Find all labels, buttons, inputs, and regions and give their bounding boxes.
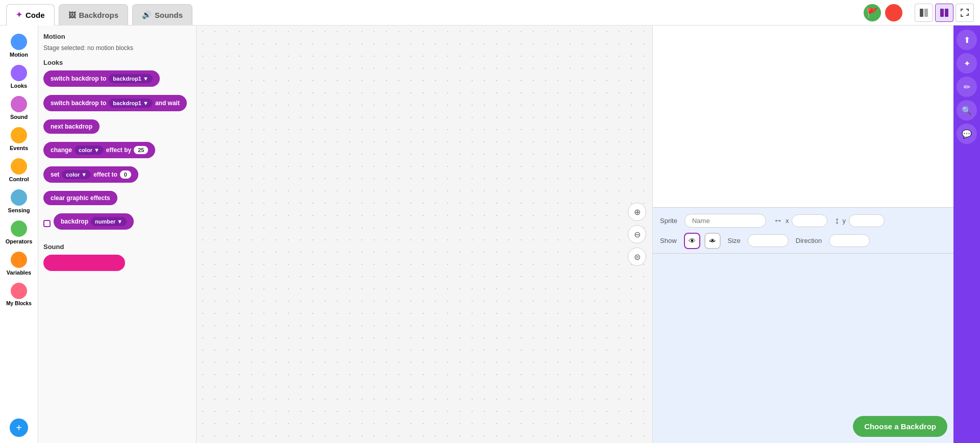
choose-backdrop-label: Choose a Backdrop [864, 422, 936, 431]
choose-backdrop-button[interactable]: Choose a Backdrop [853, 416, 947, 437]
sidebar-item-events[interactable]: Events [2, 124, 36, 154]
sidebar-item-looks[interactable]: Looks [2, 62, 36, 92]
show-visible-button[interactable]: 👁 [684, 233, 700, 249]
toolbar-search-button[interactable]: 🔍 [957, 100, 977, 120]
control-dot [11, 158, 27, 175]
set-color-effect-block[interactable]: set color ▼ effect to 0 [43, 166, 138, 183]
number-dropdown[interactable]: number ▼ [91, 217, 127, 226]
show-label: Show [660, 237, 677, 244]
sprite-label: Sprite [660, 217, 677, 225]
switch-backdrop2-label: switch backdrop to [51, 100, 106, 107]
sidebar-item-myblocks-label: My Blocks [6, 301, 31, 307]
sprite-bottom-row: Show 👁 👁 Size Direction [660, 233, 946, 249]
layout-small-button[interactable] [915, 4, 933, 22]
sidebar-item-operators[interactable]: Operators [2, 217, 36, 248]
direction-label: Direction [796, 237, 822, 244]
sound-dot [11, 96, 27, 112]
sidebar-item-sound-label: Sound [10, 114, 28, 120]
toolbar-chat-button[interactable]: 💬 [957, 124, 977, 144]
sprite-name-input[interactable] [684, 214, 766, 228]
next-backdrop-block[interactable]: next backdrop [43, 119, 100, 134]
clear-graphic-effects-label: clear graphic effects [51, 194, 110, 202]
layout-split-button[interactable] [935, 4, 953, 22]
color2-dropdown-arrow-icon: ▼ [81, 171, 87, 178]
tab-code-label: Code [26, 11, 45, 19]
sprite-x-input[interactable] [792, 214, 827, 227]
size-label: Size [728, 237, 741, 244]
sidebar-item-looks-label: Looks [11, 83, 27, 89]
green-flag-button[interactable]: 🚩 [864, 4, 881, 21]
toolbar-upload-button[interactable]: ⬆ [957, 30, 977, 50]
backdrop1-wait-dropdown[interactable]: backdrop1 ▼ [109, 99, 153, 108]
dropdown-arrow2-icon: ▼ [143, 100, 149, 106]
backdrop1-dropdown[interactable]: backdrop1 ▼ [109, 74, 153, 83]
sidebar-item-control[interactable]: Control [2, 155, 36, 185]
backdrop-number-block-row: backdrop number ▼ [43, 213, 191, 234]
switch-backdrop-block-row: switch backdrop to backdrop1 ▼ [43, 70, 191, 91]
switch-backdrop-block[interactable]: switch backdrop to backdrop1 ▼ [43, 70, 160, 87]
sidebar-item-sensing[interactable]: Sensing [2, 186, 36, 216]
backdrop1-dropdown-value: backdrop1 [113, 76, 141, 82]
switch-backdrop-wait-block[interactable]: switch backdrop to backdrop1 ▼ and wait [43, 95, 187, 111]
sidebar-item-sound[interactable]: Sound [2, 93, 36, 123]
motion-message: Stage selected: no motion blocks [43, 44, 191, 52]
clear-graphic-effects-block-row: clear graphic effects [43, 191, 191, 209]
sound-block-row [43, 255, 191, 275]
variables-dot [11, 252, 27, 268]
stop-button[interactable] [885, 4, 902, 21]
main-layout: Motion Looks Sound Events Control Sensin… [0, 26, 980, 443]
backdrop-number-block[interactable]: backdrop number ▼ [54, 213, 134, 230]
x-label: x [786, 217, 789, 225]
sprite-y-input[interactable] [849, 214, 885, 227]
svg-rect-1 [924, 9, 928, 17]
direction-input[interactable] [829, 234, 870, 247]
eye-closed-icon: 👁 [709, 237, 716, 244]
sidebar-item-motion[interactable]: Motion [2, 31, 36, 61]
layout-fullscreen-button[interactable] [955, 4, 974, 22]
change-color-effect-block[interactable]: change color ▼ effect by 25 [43, 142, 155, 158]
toolbar-edit-button[interactable]: ✏ [957, 77, 977, 97]
tab-sounds-label: Sounds [155, 11, 183, 19]
right-panel: Sprite ↔ x ↕ y Show 👁 [652, 26, 953, 443]
sensing-dot [11, 189, 27, 206]
effect-to-value[interactable]: 0 [120, 170, 131, 179]
upload-icon: ⬆ [964, 35, 970, 45]
fit-button[interactable]: ⊜ [628, 248, 646, 266]
backdrop-number-checkbox[interactable] [43, 220, 51, 227]
code-icon: ✦ [16, 10, 22, 19]
operators-dot [11, 220, 27, 237]
zoom-out-icon: ⊖ [634, 230, 641, 239]
top-controls: 🚩 [864, 4, 974, 22]
tab-backdrops[interactable]: 🖼 Backdrops [59, 4, 129, 26]
toolbar-star-button[interactable]: ✦ [957, 53, 977, 73]
search-icon: 🔍 [962, 106, 972, 115]
color2-dropdown-value: color [66, 171, 80, 178]
zoom-in-button[interactable]: ⊕ [628, 203, 646, 221]
number-dropdown-arrow-icon: ▼ [117, 218, 122, 225]
clear-graphic-effects-block[interactable]: clear graphic effects [43, 191, 117, 205]
effect-by-label: effect by [106, 146, 131, 154]
sidebar-item-myblocks[interactable]: My Blocks [2, 280, 36, 310]
tab-sounds[interactable]: 🔊 Sounds [132, 4, 192, 26]
color-dropdown[interactable]: color ▼ [75, 145, 104, 155]
sprite-list-area: Choose a Backdrop [653, 253, 953, 444]
sound-block[interactable] [43, 255, 125, 271]
add-extension-button[interactable]: + [10, 419, 28, 437]
script-controls: ⊕ ⊖ ⊜ [628, 203, 646, 266]
effect-by-value[interactable]: 25 [134, 146, 148, 154]
switch-backdrop-label: switch backdrop to [51, 75, 106, 82]
color2-dropdown[interactable]: color ▼ [62, 170, 91, 179]
pencil-icon: ✏ [964, 82, 970, 92]
sidebar: Motion Looks Sound Events Control Sensin… [0, 26, 38, 443]
show-hidden-button[interactable]: 👁 [704, 233, 721, 249]
sound-section-title: Sound [43, 243, 191, 251]
sidebar-item-variables[interactable]: Variables [2, 249, 36, 279]
size-input[interactable] [748, 234, 789, 247]
stage-canvas [653, 26, 953, 207]
script-area[interactable]: ⊕ ⊖ ⊜ [197, 26, 652, 443]
zoom-out-button[interactable]: ⊖ [628, 225, 646, 243]
looks-section-title: Looks [43, 59, 191, 66]
tab-code[interactable]: ✦ Code [6, 4, 55, 26]
set-label: set [51, 171, 59, 178]
change-label: change [51, 146, 72, 154]
